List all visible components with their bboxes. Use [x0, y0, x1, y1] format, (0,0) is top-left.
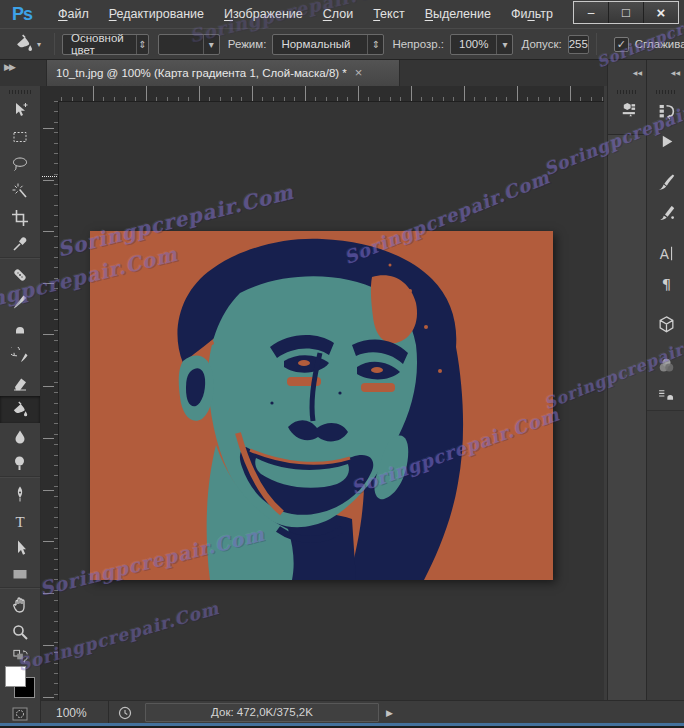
tools-panel-grip[interactable] [9, 90, 31, 94]
panel-icon [657, 132, 676, 151]
document-size-info[interactable]: Док: 472,0K/375,2K [145, 703, 379, 722]
tool-icon [11, 209, 29, 227]
eraser-tool[interactable] [0, 369, 40, 396]
fill-source-select[interactable]: Основной цвет ⇕ [62, 34, 149, 55]
panel-icon-list [647, 96, 684, 410]
close-button[interactable]: × [643, 2, 678, 23]
history-brush-tool[interactable] [0, 342, 40, 369]
move-tool[interactable] [0, 96, 40, 123]
ruler-number [43, 180, 54, 183]
tool-options-bar: ▾ Основной цвет ⇕ ▾ Режим: Нормальный ⇕ … [0, 28, 684, 60]
3d-panel[interactable] [651, 310, 681, 338]
panel-grip[interactable] [617, 90, 637, 94]
healing-brush-tool[interactable] [0, 261, 40, 288]
shape-tool[interactable] [0, 561, 40, 588]
horizontal-ruler[interactable] [58, 86, 604, 102]
ruler-number [305, 86, 309, 101]
ruler-number [252, 86, 256, 101]
lasso-tool[interactable] [0, 150, 40, 177]
menu-item[interactable]: Выделение [415, 7, 501, 21]
tool-icon [11, 454, 29, 472]
document-tab-bar: ▶▶ 10_tn.jpg @ 100% (Карта градиента 1, … [0, 59, 684, 86]
history-panel[interactable] [651, 97, 681, 125]
menu-item[interactable]: Фильтр [501, 7, 563, 21]
foreground-color-swatch[interactable] [5, 666, 26, 687]
brush-presets-panel[interactable] [651, 168, 681, 196]
pen-tool[interactable] [0, 480, 40, 507]
document-image[interactable] [90, 231, 553, 580]
paragraph-panel[interactable] [651, 269, 681, 297]
minimize-button[interactable]: – [574, 2, 608, 23]
dock-empty-area [647, 410, 684, 700]
paint-bucket-tool[interactable] [0, 396, 40, 423]
tool-icon [11, 235, 29, 253]
channels-panel[interactable] [651, 351, 681, 379]
active-tool-button[interactable]: ▾ [8, 34, 47, 54]
zoom-level-field[interactable]: 100% [41, 706, 108, 720]
pattern-swatch-select[interactable]: ▾ [158, 34, 220, 55]
updown-arrows-icon: ⇕ [367, 35, 383, 54]
ruler-number [43, 541, 54, 544]
panel-icon [657, 356, 676, 375]
vertical-ruler[interactable] [41, 101, 59, 700]
opacity-select[interactable]: 100% ▾ [450, 34, 513, 55]
brush-panel[interactable] [651, 198, 681, 226]
menu-item[interactable]: Текст [363, 7, 414, 21]
opacity-value: 100% [451, 38, 496, 50]
clone-source-panel[interactable] [651, 381, 681, 409]
blur-tool[interactable] [0, 423, 40, 450]
option-checkbox[interactable]: ✓ Сглаживание [614, 37, 684, 52]
menu-item[interactable]: Изображение [214, 7, 313, 21]
document-title: 10_tn.jpg @ 100% (Карта градиента 1, Сло… [56, 67, 347, 79]
mode-select[interactable]: Нормальный ⇕ [272, 34, 384, 55]
canvas-area[interactable] [58, 101, 604, 700]
tab-overflow-icon[interactable]: ▶▶ [4, 62, 14, 72]
tool-icon [11, 539, 29, 557]
clone-stamp-tool[interactable] [0, 315, 40, 342]
panel-group-divider [647, 340, 677, 349]
type-tool[interactable] [0, 507, 40, 534]
ruler-number [411, 86, 415, 101]
tools-panel [0, 86, 41, 728]
close-tab-icon[interactable]: × [355, 66, 363, 79]
checkbox[interactable]: ✓ [614, 37, 629, 52]
status-menu-arrow-icon[interactable]: ▶ [386, 708, 393, 718]
marquee-tool[interactable] [0, 123, 40, 150]
panel-grip[interactable] [656, 90, 676, 94]
tolerance-input[interactable]: 255 [568, 35, 589, 54]
menu-item[interactable]: Редактирование [99, 7, 214, 21]
panel-group-divider [647, 157, 677, 166]
document-tab[interactable]: 10_tn.jpg @ 100% (Карта градиента 1, Сло… [46, 59, 400, 86]
character-panel[interactable] [651, 239, 681, 267]
tool-icon [11, 485, 29, 503]
tool-icon [11, 347, 29, 365]
path-select-tool[interactable] [0, 534, 40, 561]
swap-colors-button[interactable] [0, 648, 40, 665]
chevron-down-icon: ▾ [496, 35, 512, 54]
option-checkboxes: ✓ Сглаживание ✓ С [604, 37, 684, 52]
ruler-number [43, 231, 54, 234]
tool-icon [11, 128, 29, 146]
tool-icon [11, 401, 29, 419]
crop-tool[interactable] [0, 204, 40, 231]
panel-collapse-right[interactable]: ◀◀ [646, 59, 684, 86]
ruler-number [43, 593, 54, 596]
menu-item[interactable]: Слои [313, 7, 363, 21]
magic-wand-tool[interactable] [0, 177, 40, 204]
tool-icon [11, 374, 29, 392]
eyedropper-tool[interactable] [0, 231, 40, 258]
hand-tool[interactable] [0, 591, 40, 618]
panel-collapse-left[interactable]: ◀◀ [607, 59, 646, 86]
dodge-tool[interactable] [0, 450, 40, 477]
actions-panel[interactable] [651, 127, 681, 155]
collapse-panel-icon: ◀◀ [633, 69, 642, 76]
zoom-tool[interactable] [0, 618, 40, 645]
panel-icon [657, 203, 676, 222]
brush-tool[interactable] [0, 288, 40, 315]
ruler-number [43, 334, 54, 337]
ruler-pointer-marker [42, 176, 57, 177]
maximize-button[interactable]: □ [608, 2, 643, 23]
menu-item[interactable]: Файл [48, 7, 99, 21]
ruler-origin[interactable] [41, 86, 59, 102]
properties-panel-button[interactable] [612, 96, 642, 124]
